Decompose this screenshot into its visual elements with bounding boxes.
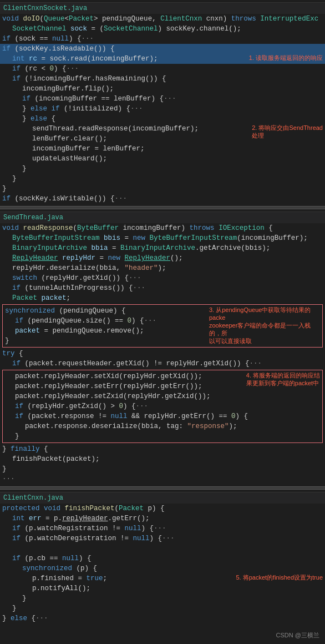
file-section-1: ClientCnxnSocket.java void doIO(Queue<Pa…: [0, 0, 325, 206]
file-section-2: SendThread.java void readResponse(ByteBu…: [0, 209, 325, 486]
file-header-2: SendThread.java: [0, 212, 325, 223]
file-section-3: ClientCnxn.java protected void finishPac…: [0, 490, 325, 626]
file-header-1: ClientCnxnSocket.java: [0, 2, 325, 14]
code-editor: ClientCnxnSocket.java void doIO(Queue<Pa…: [0, 0, 325, 626]
watermark: CSDN @三横兰: [276, 631, 319, 640]
file-header-3: ClientCnxn.java: [0, 492, 325, 504]
